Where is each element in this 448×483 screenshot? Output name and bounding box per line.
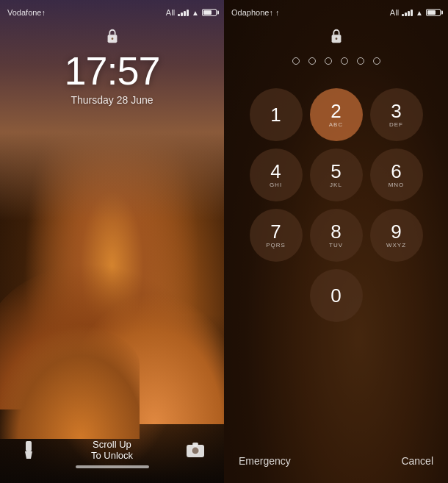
right-wifi-icon: ▲ [416, 9, 423, 17]
key-7[interactable]: 7 PQRS [250, 209, 303, 262]
svg-marker-3 [25, 451, 32, 459]
key-0[interactable]: 0 [310, 269, 363, 322]
empty-left [250, 269, 303, 322]
right-signal-bars [402, 9, 413, 16]
bar1 [178, 14, 180, 16]
left-status-bar: Vodafone↑ All ▲ [0, 0, 224, 21]
key-3[interactable]: 3 DEF [370, 88, 423, 141]
scroll-up-text: Scroll Up [91, 439, 133, 450]
lock-svg [105, 28, 120, 44]
svg-point-5 [192, 447, 199, 454]
svg-rect-6 [192, 443, 198, 446]
letters-9: WXYZ [386, 242, 406, 248]
digit-3: 3 [391, 101, 401, 121]
key-8[interactable]: 8 TUV [310, 209, 363, 262]
key-5[interactable]: 5 JKL [310, 149, 363, 201]
left-lock-screen: Vodafone↑ All ▲ 17:57 Thursday 28 June [0, 0, 224, 483]
digit-2: 2 [330, 101, 341, 121]
letters-8: TUV [329, 242, 343, 248]
digit-9: 9 [391, 222, 401, 241]
cancel-button[interactable]: Cancel [401, 455, 433, 467]
right-status-bar: Odaphone↑ ↑ All ▲ [224, 0, 448, 21]
digit-4: 4 [270, 162, 281, 181]
digit-5: 5 [330, 162, 341, 181]
left-status-right: All ▲ [166, 8, 217, 17]
camera-svg [186, 442, 205, 458]
battery-icon [202, 9, 217, 16]
bar4 [187, 10, 189, 16]
all-text: All [166, 8, 175, 17]
digit-0: 0 [330, 286, 341, 305]
dune3 [0, 321, 140, 439]
letters-4: GHI [270, 182, 282, 188]
key-9[interactable]: 9 WXYZ [370, 209, 423, 262]
flashlight-svg [22, 441, 35, 459]
scroll-up-container: Scroll Up To Unlock [91, 439, 133, 461]
left-time: 17:57 [64, 48, 159, 93]
bottom-controls: Scroll Up To Unlock [0, 439, 224, 461]
digit-7: 7 [270, 222, 281, 241]
empty-right [370, 269, 423, 322]
left-carrier: Vodafone↑ [7, 8, 46, 17]
r-bar2 [405, 12, 407, 16]
bar3 [184, 11, 186, 16]
key-2[interactable]: 2 ABC [310, 88, 363, 141]
left-lock-icon [105, 28, 120, 47]
right-all-text: All [390, 8, 399, 17]
digit-6: 6 [391, 162, 401, 181]
letters-2: ABC [329, 121, 343, 128]
emergency-button[interactable]: Emergency [239, 455, 291, 467]
dot-5 [357, 57, 364, 65]
home-indicator [76, 465, 149, 468]
bottom-actions: Emergency Cancel [224, 455, 448, 467]
r-bar1 [402, 14, 404, 16]
dot-3 [325, 57, 332, 65]
dot-6 [373, 57, 380, 65]
key-4[interactable]: 4 GHI [250, 149, 303, 201]
passcode-dots [292, 57, 380, 65]
right-battery-fill [427, 10, 436, 15]
numpad: 1 2 ABC 3 DEF 4 GHI 5 JKL 6 MNO 7 PQRS 8 [250, 88, 423, 322]
svg-point-1 [111, 37, 113, 40]
right-carrier: Odaphone↑ ↑ [231, 8, 279, 17]
to-unlock-text: To Unlock [91, 450, 133, 461]
dot-4 [341, 57, 348, 65]
right-lock-svg [329, 28, 344, 44]
r-bar4 [411, 10, 413, 16]
right-status-right: All ▲ [390, 8, 441, 17]
letters-6: MNO [389, 182, 405, 188]
wifi-icon: ▲ [192, 9, 199, 17]
r-bar3 [408, 11, 410, 16]
letters-5: JKL [330, 182, 342, 188]
flashlight-icon[interactable] [18, 440, 39, 460]
digit-8: 8 [330, 222, 341, 241]
right-lock-icon [329, 28, 344, 47]
bottom-bar: Scroll Up To Unlock [0, 439, 224, 468]
left-date: Thursday 28 June [71, 94, 153, 106]
right-battery-icon [426, 9, 441, 16]
letters-7: PQRS [266, 242, 286, 248]
digit-1: 1 [270, 105, 281, 124]
key-6[interactable]: 6 MNO [370, 149, 423, 201]
key-1[interactable]: 1 [250, 88, 303, 141]
signal-bars [178, 9, 189, 16]
right-passcode-screen: Odaphone↑ ↑ All ▲ [224, 0, 448, 483]
dot-1 [292, 57, 300, 65]
battery-fill [203, 10, 212, 15]
svg-point-8 [335, 37, 337, 40]
dot-2 [308, 57, 316, 65]
camera-icon[interactable] [185, 440, 206, 460]
bar2 [181, 12, 183, 16]
letters-3: DEF [389, 121, 403, 128]
svg-rect-2 [26, 441, 32, 451]
